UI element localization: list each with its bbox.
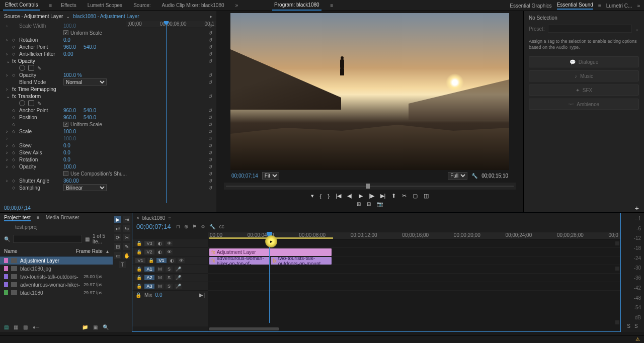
mark-clip-icon[interactable]: } — [328, 193, 330, 199]
chevron-down-icon[interactable]: ⌄ — [66, 14, 70, 19]
zoom-select[interactable]: Fit — [262, 172, 279, 180]
checkbox-t-uniform[interactable]: ✓ — [63, 122, 68, 127]
close-seq-icon[interactable]: × — [136, 215, 139, 221]
mark-in-icon[interactable]: ▾ — [311, 193, 314, 199]
ripple-tool-icon[interactable]: ⇄ — [114, 225, 121, 232]
track-a1[interactable]: A1 — [144, 267, 154, 272]
tab-effects[interactable]: Effects — [59, 1, 78, 10]
val-t-scale[interactable]: 100.0 — [63, 129, 82, 134]
reset-icon[interactable]: ↺ — [208, 143, 212, 148]
track-lock[interactable]: 🔒 — [147, 258, 154, 263]
slip-tool-icon[interactable]: ⊟ — [114, 243, 121, 250]
track-mute[interactable]: M — [156, 275, 164, 280]
reset-icon[interactable]: ↺ — [208, 185, 212, 191]
val-t-rotation[interactable]: 0.0 — [63, 157, 82, 162]
track-eye[interactable]: 👁 — [166, 241, 173, 246]
mask-pen-icon[interactable]: ✎ — [37, 101, 41, 106]
track-eye[interactable]: 👁 — [166, 249, 173, 254]
reset-icon[interactable]: ↺ — [208, 79, 212, 85]
timeline-timecode[interactable]: 00;00;07;14 — [136, 223, 171, 230]
track-v2[interactable]: V2 — [144, 249, 154, 254]
track-select-tool-icon[interactable]: ⇥ — [123, 216, 130, 223]
project-item[interactable]: black1080.jpg — [0, 265, 113, 273]
col-sort-icon[interactable]: ▴ — [106, 248, 109, 254]
val-rotation[interactable]: 0.0 — [63, 37, 82, 43]
mark-out-icon[interactable]: { — [320, 193, 322, 199]
track-scroll-v2[interactable] — [615, 267, 619, 271]
settings-icon[interactable]: ⚙ — [201, 224, 205, 229]
overwrite-icon[interactable]: ⊟ — [367, 201, 371, 207]
val-t-scale2[interactable]: 100.0 — [63, 136, 82, 141]
source-dropdown[interactable]: Source · Adjustment Layer — [4, 14, 63, 19]
tab-lumetri-scopes[interactable]: Lumetri Scopes — [86, 1, 124, 10]
val-anchor-x[interactable]: 960.0 — [63, 44, 82, 50]
tab-project[interactable]: Project: test — [4, 215, 31, 221]
sequence-link[interactable]: black1080 · Adjustment Layer — [73, 14, 139, 19]
wrench-icon[interactable]: 🔧 — [471, 173, 477, 179]
timeline-hscroll[interactable] — [208, 326, 620, 331]
mini-playhead[interactable] — [166, 21, 167, 203]
reset-icon[interactable]: ↺ — [208, 51, 212, 57]
type-tool-icon[interactable]: T — [119, 261, 126, 268]
reset-icon[interactable]: ↺ — [208, 129, 212, 134]
go-in-icon[interactable]: |◀ — [336, 193, 341, 199]
new-bin-icon[interactable]: 📁 — [82, 324, 88, 330]
clip-video-2[interactable]: fxtwo-tourists-talk-outdoors-on-mount — [271, 257, 332, 265]
rect-tool-icon[interactable]: ▭ — [114, 252, 121, 259]
search-icon[interactable]: 🔍 — [4, 236, 10, 242]
mix-go-icon[interactable]: ▶| — [199, 292, 205, 298]
track-solo[interactable]: S — [166, 267, 173, 272]
track-solo[interactable]: S — [166, 275, 173, 280]
clip-adjustment[interactable]: fxAdjustment Layer — [209, 248, 332, 256]
tab-essential-sound[interactable]: Essential Sound — [557, 2, 593, 10]
track-v3[interactable]: V3 — [144, 241, 154, 246]
project-item[interactable]: Adjustment Layer — [0, 256, 113, 265]
list-view-icon[interactable]: ▤ — [4, 324, 9, 330]
extract-icon[interactable]: ✂ — [402, 193, 407, 199]
step-back-icon[interactable]: ◀| — [347, 193, 353, 199]
right-overflow-icon[interactable]: » — [637, 3, 640, 9]
fx-timeremap[interactable]: Time Remapping — [18, 87, 60, 92]
marker-icon[interactable]: ⚑ — [192, 224, 197, 229]
bin-icon[interactable]: ▦ — [85, 236, 90, 242]
track-lock[interactable]: 🔒 — [135, 284, 142, 289]
val-opacity[interactable]: 100.0 % — [63, 72, 82, 78]
project-menu-icon[interactable]: ≡ — [37, 215, 40, 221]
warning-icon[interactable]: ⚠ — [635, 336, 640, 342]
track-scroll-v[interactable] — [615, 241, 619, 245]
track-a2[interactable]: A2 — [144, 275, 154, 280]
reset-icon[interactable]: ↺ — [208, 115, 212, 120]
tab-effect-controls[interactable]: Effect Controls — [3, 0, 40, 11]
project-item[interactable]: two-tourists-talk-outdoors-25.00 fps — [0, 273, 113, 281]
sequence-name[interactable]: black1080 — [142, 215, 166, 221]
pen-tool-icon[interactable]: ✎ — [123, 243, 130, 250]
meter-solo-r[interactable]: S — [634, 323, 638, 329]
val-scale-width[interactable]: 100.0 — [63, 23, 82, 29]
track-lock[interactable]: 🔒 — [135, 267, 142, 272]
zoom-slider[interactable]: ●─ — [33, 324, 39, 330]
reset-icon[interactable]: ↺ — [208, 30, 212, 36]
rolling-tool-icon[interactable]: ⇆ — [123, 225, 130, 232]
project-search-input[interactable] — [13, 235, 82, 243]
mask-ellipse-icon[interactable] — [19, 65, 25, 71]
reset-icon[interactable]: ↺ — [208, 58, 212, 64]
val-t-skewaxis[interactable]: 0.0 — [63, 150, 82, 155]
reset-icon[interactable]: ↺ — [208, 136, 212, 141]
sampling-select[interactable]: Bilinear — [63, 184, 107, 191]
overflow-icon[interactable]: » — [235, 3, 238, 8]
reset-icon[interactable]: ↺ — [208, 164, 212, 169]
insert-icon[interactable]: ⊞ — [357, 201, 361, 207]
program-menu-icon[interactable]: ≡ — [331, 3, 334, 8]
tab-essential-graphics[interactable]: Essential Graphics — [510, 3, 551, 9]
col-name[interactable]: Name — [4, 248, 76, 254]
reset-icon[interactable]: ↺ — [208, 178, 212, 184]
play-only-icon[interactable]: ▸ — [210, 14, 212, 19]
val-t-pos-y[interactable]: 540.0 — [84, 115, 102, 120]
fx-opacity[interactable]: Opacity — [18, 58, 60, 64]
track-mic[interactable]: 🎤 — [175, 267, 182, 272]
tab-program[interactable]: Program: black1080 — [272, 0, 321, 11]
track-solo[interactable]: S — [166, 284, 173, 289]
meter-solo-l[interactable]: S — [627, 323, 630, 329]
reset-icon[interactable]: ↺ — [208, 108, 212, 113]
track-lock[interactable]: 🔒 — [135, 249, 142, 254]
